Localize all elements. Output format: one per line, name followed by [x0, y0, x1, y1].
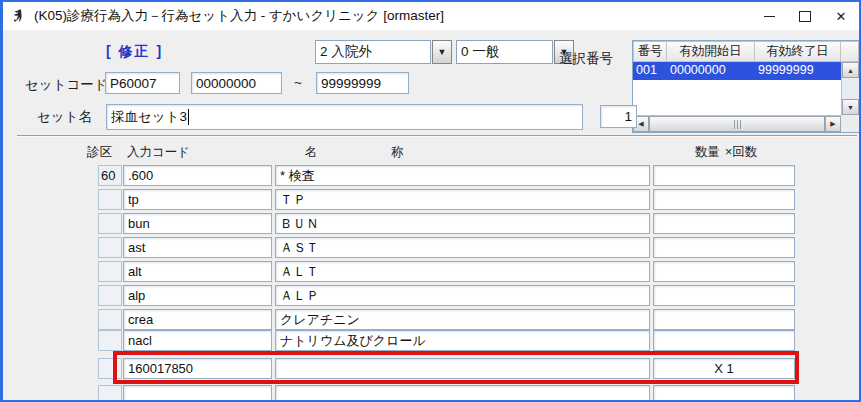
scroll-up-icon: ▲: [847, 67, 854, 74]
field-input-code[interactable]: ast: [123, 237, 272, 258]
field-quantity[interactable]: [653, 189, 795, 210]
scrollbar-corner: [841, 115, 859, 132]
field-quantity[interactable]: [653, 285, 795, 306]
field-name[interactable]: [275, 358, 650, 379]
column-header-valid-to[interactable]: 有効終了日: [755, 41, 841, 62]
field-input-code[interactable]: tp: [123, 189, 272, 210]
scroll-right-button[interactable]: ▶: [825, 116, 841, 132]
field-name[interactable]: ナトリウム及びクロール: [275, 330, 650, 351]
set-name-label: セット名: [37, 108, 92, 126]
separator-line: [17, 135, 857, 137]
cell-shinku: [98, 213, 122, 234]
header-times: ×回数: [725, 144, 757, 161]
field-input-code[interactable]: nacl: [123, 330, 272, 351]
scroll-up-button[interactable]: ▲: [842, 62, 859, 78]
field-name[interactable]: * 検査: [275, 165, 650, 186]
field-quantity[interactable]: [653, 213, 795, 234]
field-quantity[interactable]: [653, 261, 795, 282]
validity-cell-from: 00000000: [667, 62, 755, 80]
vertical-scrollbar[interactable]: ▲ ▼: [841, 62, 859, 115]
window-title: (K05)診療行為入力－行為セット入力 - すかいクリニック [ormaster…: [34, 7, 444, 25]
text-caret: [188, 109, 189, 125]
field-name[interactable]: ＡＬＴ: [275, 261, 650, 282]
admission-combo[interactable]: 2 入院外 ▼: [315, 40, 452, 64]
cell-shinku: 60: [98, 165, 122, 186]
field-quantity[interactable]: [653, 385, 795, 402]
validity-cell-number: 001: [633, 62, 667, 80]
header-quantity: 数量: [695, 144, 720, 161]
header-spacer: [841, 41, 859, 62]
valid-from-field[interactable]: 00000000: [191, 72, 282, 94]
chevron-down-icon: ▼: [438, 47, 447, 57]
cell-shinku: [98, 285, 122, 306]
admission-combo-button[interactable]: ▼: [432, 40, 452, 64]
column-header-number[interactable]: 番号: [633, 41, 667, 62]
field-name[interactable]: ＡＳＴ: [275, 237, 650, 258]
field-name[interactable]: [275, 385, 650, 402]
scroll-right-icon: ▶: [830, 120, 835, 128]
cell-shinku: [98, 330, 122, 351]
field-name[interactable]: ＢＵＮ: [275, 213, 650, 234]
cell-shinku: [98, 261, 122, 282]
horizontal-scrollbar[interactable]: ◀ ▶: [633, 115, 841, 132]
field-input-code[interactable]: alp: [123, 285, 272, 306]
field-quantity[interactable]: [653, 237, 795, 258]
validity-cell-to: 99999999: [755, 62, 841, 80]
selection-number-field[interactable]: 1: [600, 105, 637, 128]
field-input-code[interactable]: .600: [123, 165, 272, 186]
set-code-label: セットコード: [25, 76, 108, 94]
field-input-code[interactable]: bun: [123, 213, 272, 234]
field-quantity[interactable]: X 1: [653, 358, 795, 379]
close-button[interactable]: ✕: [823, 2, 859, 30]
cell-shinku: [98, 309, 122, 330]
maximize-button[interactable]: [787, 2, 823, 30]
scroll-down-button[interactable]: ▼: [842, 99, 859, 115]
valid-to-field[interactable]: 99999999: [316, 72, 409, 94]
validity-table: 番号 有効開始日 有効終了日 001 00000000 99999999 ▲ ▼…: [632, 40, 860, 133]
set-name-value: 採血セット3: [111, 108, 187, 126]
field-input-code[interactable]: [123, 385, 272, 402]
selection-number-label: 選択番号: [559, 50, 613, 68]
minimize-icon: [764, 16, 775, 17]
cell-shinku: [98, 237, 122, 258]
header-shinku: 診区: [87, 144, 112, 161]
validity-table-header: 番号 有効開始日 有効終了日: [633, 41, 859, 62]
minimize-button[interactable]: [751, 2, 787, 30]
cell-shinku: [98, 358, 122, 379]
header-name-right: 称: [391, 144, 404, 161]
app-window: (K05)診療行為入力－行為セット入力 - すかいクリニック [ormaster…: [0, 0, 861, 402]
tilde-separator: ~: [294, 75, 302, 90]
window-controls: ✕: [751, 2, 859, 30]
scroll-left-icon: ◀: [638, 120, 643, 128]
admission-combo-value: 2 入院外: [315, 40, 431, 64]
field-name[interactable]: ＴＰ: [275, 189, 650, 210]
field-quantity[interactable]: [653, 309, 795, 330]
horizontal-scroll-thumb[interactable]: [649, 116, 825, 132]
set-code-field[interactable]: P60007: [105, 72, 180, 94]
set-name-field[interactable]: 採血セット3: [106, 104, 583, 130]
title-bar: (K05)診療行為入力－行為セット入力 - すかいクリニック [ormaster…: [3, 2, 859, 30]
cell-shinku: [98, 189, 122, 210]
validity-row-selected[interactable]: 001 00000000 99999999: [633, 62, 859, 80]
cell-shinku: [98, 385, 122, 402]
field-name[interactable]: ＡＬＰ: [275, 285, 650, 306]
field-quantity[interactable]: [653, 330, 795, 351]
scroll-down-icon: ▼: [847, 104, 854, 111]
field-input-code[interactable]: crea: [123, 309, 272, 330]
insurance-combo[interactable]: 0 一般 ▼: [456, 40, 574, 64]
close-icon: ✕: [836, 10, 847, 23]
field-quantity[interactable]: [653, 165, 795, 186]
field-input-code[interactable]: 160017850: [123, 358, 272, 379]
mode-label: [ 修正 ]: [106, 43, 163, 61]
field-input-code[interactable]: alt: [123, 261, 272, 282]
app-logo-icon: [9, 8, 26, 25]
field-name[interactable]: クレアチニン: [275, 309, 650, 330]
header-name-left: 名: [305, 144, 318, 161]
column-header-valid-from[interactable]: 有効開始日: [667, 41, 755, 62]
insurance-combo-value: 0 一般: [456, 40, 553, 64]
scroll-grip-icon: [734, 120, 741, 129]
maximize-icon: [799, 11, 811, 22]
header-input-code: 入力コード: [127, 144, 190, 161]
